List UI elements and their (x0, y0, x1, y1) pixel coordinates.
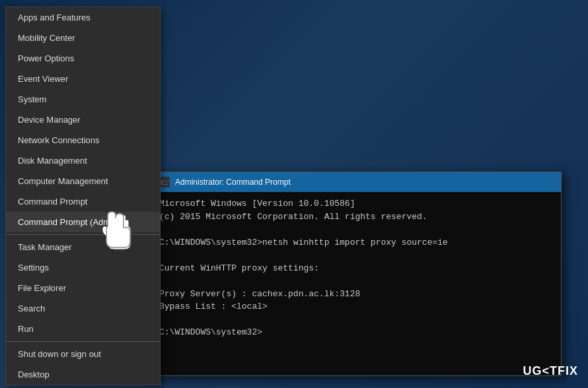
menu-item-event-viewer[interactable]: Event Viewer (6, 69, 160, 89)
cmd-line-10: C:\WINDOWS\system32> (159, 326, 554, 339)
menu-item-command-prompt[interactable]: Command Prompt (6, 191, 160, 212)
cmd-line-1: (c) 2015 Microsoft Corporation. All righ… (159, 210, 554, 224)
menu-item-apps-features[interactable]: Apps and Features (6, 7, 160, 28)
cmd-line-6 (159, 275, 554, 288)
menu-item-computer-management[interactable]: Computer Management (6, 171, 160, 191)
menu-item-file-explorer[interactable]: File Explorer (6, 278, 160, 298)
menu-item-settings[interactable]: Settings (6, 257, 160, 278)
menu-item-command-prompt-admin[interactable]: Command Prompt (Admin) (6, 212, 160, 232)
svg-text:C:\: C:\ (161, 179, 169, 186)
cmd-line-4 (159, 249, 554, 262)
cmd-line-7: Proxy Server(s) : cachex.pdn.ac.lk:3128 (159, 288, 554, 301)
cmd-content: Microsoft Windows [Version 10.0.10586](c… (153, 192, 561, 344)
menu-item-power-options[interactable]: Power Options (6, 48, 160, 69)
menu-item-network-connections[interactable]: Network Connections (6, 130, 160, 150)
menu-item-run[interactable]: Run (6, 319, 160, 339)
cmd-window[interactable]: C:\ Administrator: Command Prompt Micros… (152, 172, 562, 376)
menu-divider-11 (6, 234, 160, 235)
menu-item-mobility-center[interactable]: Mobility Center (6, 28, 160, 48)
cmd-titlebar: C:\ Administrator: Command Prompt (153, 172, 561, 192)
menu-item-device-manager[interactable]: Device Manager (6, 110, 160, 130)
cmd-line-8: Bypass List : <local> (159, 300, 554, 313)
watermark: UG<TFIX (523, 364, 578, 378)
cmd-line-9 (159, 313, 554, 327)
cmd-icon: C:\ (159, 177, 170, 187)
menu-item-task-manager[interactable]: Task Manager (6, 237, 160, 257)
cmd-line-2 (159, 223, 554, 236)
context-menu: Apps and FeaturesMobility CenterPower Op… (5, 7, 161, 385)
cmd-line-3: C:\WINDOWS\system32>netsh winhttp import… (159, 236, 554, 249)
menu-divider-shutdown (6, 341, 160, 342)
menu-item-system[interactable]: System (6, 89, 160, 110)
menu-item-shutdown[interactable]: Shut down or sign out (6, 344, 160, 364)
cmd-line-0: Microsoft Windows [Version 10.0.10586] (159, 197, 554, 210)
menu-item-search[interactable]: Search (6, 298, 160, 319)
menu-item-disk-management[interactable]: Disk Management (6, 150, 160, 171)
menu-item-desktop-item[interactable]: Desktop (6, 364, 160, 385)
cmd-title: Administrator: Command Prompt (175, 178, 554, 187)
cmd-line-5: Current WinHTTP proxy settings: (159, 262, 554, 275)
